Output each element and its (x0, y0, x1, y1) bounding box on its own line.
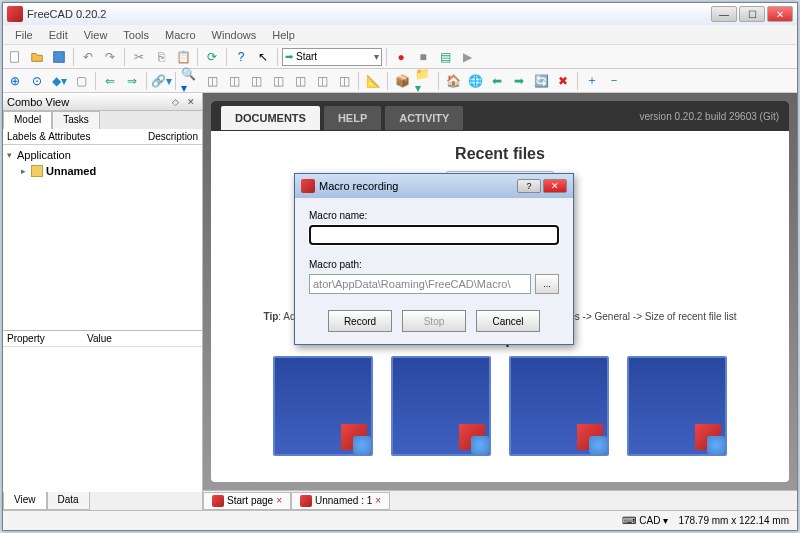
view-front-icon[interactable]: ◫ (224, 71, 244, 91)
web-reload-icon[interactable]: 🔄 (531, 71, 551, 91)
dialog-titlebar[interactable]: Macro recording ? ✕ (295, 174, 573, 198)
macro-name-input[interactable] (309, 225, 559, 245)
view-iso-icon[interactable]: ◫ (202, 71, 222, 91)
example-thumb-2[interactable] (391, 356, 491, 456)
toolbar-2: ⊕ ⊙ ◆▾ ▢ ⇐ ⇒ 🔗▾ 🔍▾ ◫ ◫ ◫ ◫ ◫ ◫ ◫ 📐 📦 📁▾ … (3, 69, 797, 93)
dock-float-icon[interactable]: ◇ (168, 95, 182, 109)
save-icon[interactable] (49, 47, 69, 67)
toolbar-1: ↶ ↷ ✂ ⎘ 📋 ⟳ ? ↖ ➡ Start ▾ ● ■ ▤ ▶ (3, 45, 797, 69)
recent-files-heading: Recent files (225, 145, 775, 163)
menu-file[interactable]: File (7, 27, 41, 43)
start-tab-help[interactable]: HELP (324, 106, 381, 130)
copy-icon[interactable]: ⎘ (151, 47, 171, 67)
property-tabs: View Data (3, 492, 202, 510)
tab-view[interactable]: View (3, 492, 47, 510)
browse-button[interactable]: ... (535, 274, 559, 294)
draw-style-icon[interactable]: ◆▾ (49, 71, 69, 91)
example-thumb-1[interactable] (273, 356, 373, 456)
macro-play-icon[interactable]: ▶ (457, 47, 477, 67)
svg-rect-1 (54, 51, 65, 62)
web-home-icon[interactable]: 🏠 (443, 71, 463, 91)
start-tab-activity[interactable]: ACTIVITY (385, 106, 463, 130)
cut-icon[interactable]: ✂ (129, 47, 149, 67)
zoom-selection-icon[interactable]: ⊙ (27, 71, 47, 91)
menu-tools[interactable]: Tools (115, 27, 157, 43)
model-tree[interactable]: ▾ Application ▸ Unnamed (3, 145, 202, 330)
zoom-tool-icon[interactable]: 🔍▾ (180, 71, 200, 91)
example-thumb-3[interactable] (509, 356, 609, 456)
group-icon[interactable]: 📁▾ (414, 71, 434, 91)
macro-stop-icon[interactable]: ■ (413, 47, 433, 67)
tab-tasks[interactable]: Tasks (52, 111, 100, 129)
new-icon[interactable] (5, 47, 25, 67)
zoom-in-icon[interactable]: ＋ (582, 71, 602, 91)
dialog-close-button[interactable]: ✕ (543, 179, 567, 193)
close-button[interactable]: ✕ (767, 6, 793, 22)
cursor-icon[interactable]: ↖ (253, 47, 273, 67)
property-header: Property Value (3, 331, 202, 347)
macro-name-label: Macro name: (309, 210, 559, 221)
measure-icon[interactable]: 📐 (363, 71, 383, 91)
macro-path-input[interactable] (309, 274, 531, 294)
tree-doc[interactable]: ▸ Unnamed (7, 163, 198, 179)
nav-forward-icon[interactable]: ⇒ (122, 71, 142, 91)
doc-tab-start-label: Start page (227, 495, 273, 506)
start-page-header: DOCUMENTS HELP ACTIVITY version 0.20.2 b… (211, 101, 789, 131)
refresh-icon[interactable]: ⟳ (202, 47, 222, 67)
property-body[interactable] (3, 347, 202, 492)
menu-edit[interactable]: Edit (41, 27, 76, 43)
tab-model[interactable]: Model (3, 111, 52, 129)
close-tab-icon[interactable]: × (375, 495, 381, 506)
web-next-icon[interactable]: ➡ (509, 71, 529, 91)
start-tab-documents[interactable]: DOCUMENTS (221, 106, 320, 130)
freecad-icon (212, 495, 224, 507)
doc-tab-unnamed[interactable]: Unnamed : 1 × (291, 492, 390, 510)
link-icon[interactable]: 🔗▾ (151, 71, 171, 91)
tree-root[interactable]: ▾ Application (7, 147, 198, 163)
zoom-fit-icon[interactable]: ⊕ (5, 71, 25, 91)
tree-expand-icon[interactable]: ▸ (21, 166, 31, 176)
record-button[interactable]: Record (328, 310, 392, 332)
paste-icon[interactable]: 📋 (173, 47, 193, 67)
app-icon (7, 6, 23, 22)
zoom-out-icon[interactable]: － (604, 71, 624, 91)
version-label: version 0.20.2 build 29603 (Git) (639, 111, 779, 122)
view-bottom-icon[interactable]: ◫ (312, 71, 332, 91)
web-back-icon[interactable]: ⬅ (487, 71, 507, 91)
macro-list-icon[interactable]: ▤ (435, 47, 455, 67)
view-top-icon[interactable]: ◫ (246, 71, 266, 91)
nav-back-icon[interactable]: ⇐ (100, 71, 120, 91)
bbox-icon[interactable]: ▢ (71, 71, 91, 91)
dialog-help-button[interactable]: ? (517, 179, 541, 193)
example-thumb-4[interactable] (627, 356, 727, 456)
stop-button[interactable]: Stop (402, 310, 466, 332)
cancel-button[interactable]: Cancel (476, 310, 540, 332)
dock-close-icon[interactable]: ✕ (184, 95, 198, 109)
tab-data[interactable]: Data (47, 492, 90, 510)
redo-icon[interactable]: ↷ (100, 47, 120, 67)
undo-icon[interactable]: ↶ (78, 47, 98, 67)
maximize-button[interactable]: ☐ (739, 6, 765, 22)
menu-windows[interactable]: Windows (204, 27, 265, 43)
doc-tab-start[interactable]: Start page × (203, 492, 291, 510)
menu-macro[interactable]: Macro (157, 27, 204, 43)
web-stop-icon[interactable]: ✖ (553, 71, 573, 91)
menu-help[interactable]: Help (264, 27, 303, 43)
web-globe-icon[interactable]: 🌐 (465, 71, 485, 91)
macro-record-icon[interactable]: ● (391, 47, 411, 67)
close-tab-icon[interactable]: × (276, 495, 282, 506)
tree-collapse-icon[interactable]: ▾ (7, 150, 17, 160)
workbench-selector[interactable]: ➡ Start ▾ (282, 48, 382, 66)
open-icon[interactable] (27, 47, 47, 67)
view-left-icon[interactable]: ◫ (334, 71, 354, 91)
view-rear-icon[interactable]: ◫ (290, 71, 310, 91)
view-right-icon[interactable]: ◫ (268, 71, 288, 91)
chevron-down-icon: ▾ (663, 515, 668, 526)
part-icon[interactable]: 📦 (392, 71, 412, 91)
tree-header-desc: Description (148, 131, 198, 142)
nav-style[interactable]: ⌨ CAD ▾ (622, 515, 668, 526)
dialog-title: Macro recording (319, 180, 398, 192)
whatsthis-icon[interactable]: ? (231, 47, 251, 67)
menu-view[interactable]: View (76, 27, 116, 43)
minimize-button[interactable]: — (711, 6, 737, 22)
